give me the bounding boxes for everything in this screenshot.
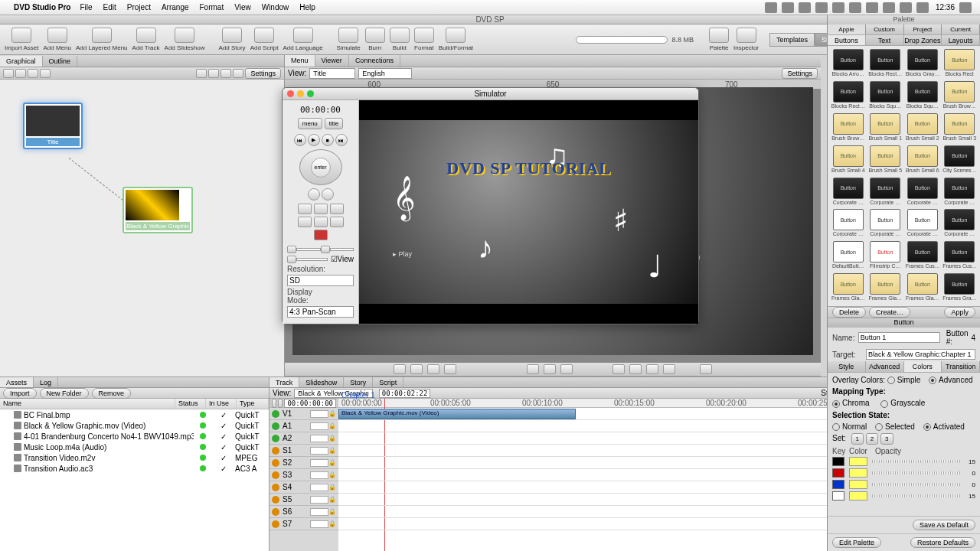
tab-track[interactable]: Track: [270, 377, 299, 387]
palette-item[interactable]: ButtonCorporate …: [868, 209, 903, 239]
palette-item[interactable]: ButtonFrames Cus…: [905, 241, 940, 271]
col-type[interactable]: Type: [237, 399, 269, 409]
sim-btn[interactable]: [314, 217, 328, 227]
palette-item[interactable]: ButtonFrames Gra…: [942, 273, 978, 303]
sim-btn[interactable]: [330, 204, 344, 214]
track-enable[interactable]: [272, 410, 279, 418]
subtab-apple[interactable]: Apple: [828, 24, 866, 34]
color-swatch[interactable]: [849, 491, 867, 500]
ctrl-btn[interactable]: [527, 364, 539, 374]
track-enable[interactable]: [272, 435, 279, 442]
asset-row[interactable]: Music Loop.m4a (Audio)✓QuickT: [0, 442, 269, 452]
status-icon[interactable]: [883, 2, 895, 13]
palette-item[interactable]: ButtonFrames Gla…: [868, 273, 903, 303]
menu-edit[interactable]: Edit: [103, 3, 116, 11]
enter-button[interactable]: enter: [311, 158, 331, 178]
radio-simple[interactable]: [887, 377, 895, 384]
radio-advanced[interactable]: [929, 377, 936, 384]
radio-normal[interactable]: [832, 423, 840, 431]
palette-item[interactable]: ButtonBrush Small 3: [942, 113, 978, 143]
close-icon[interactable]: [287, 90, 294, 97]
sim-menu-button[interactable]: menu: [298, 118, 322, 129]
styletab-layouts[interactable]: Layouts: [942, 35, 980, 45]
graph-tool[interactable]: [208, 69, 219, 78]
styletab-dropzones[interactable]: Drop Zones: [904, 35, 942, 45]
dpad[interactable]: enter: [299, 149, 342, 185]
lock-icon[interactable]: 🔒: [328, 459, 336, 466]
sim-btn[interactable]: [298, 217, 312, 227]
ctrl-btn[interactable]: [700, 364, 712, 374]
track-field[interactable]: [310, 484, 328, 491]
graph-tool[interactable]: [15, 69, 26, 78]
insp-tab-advanced[interactable]: Advanced: [866, 361, 904, 372]
palette-item[interactable]: ButtonBlocks Rect…: [831, 81, 866, 111]
sim-opt[interactable]: [321, 246, 330, 253]
lock-icon[interactable]: 🔒: [328, 410, 336, 417]
palette-item[interactable]: ButtonBrush Small 1: [868, 113, 903, 143]
video-clip[interactable]: Black & Yellow Graphic.mov (Video): [338, 409, 576, 419]
import-button[interactable]: Import: [3, 388, 37, 399]
status-icon[interactable]: [815, 2, 828, 13]
track-enable[interactable]: [272, 447, 279, 455]
target-field[interactable]: [866, 349, 975, 360]
palette-item[interactable]: ButtonDefaultButt…: [831, 241, 866, 271]
add-slideshow-button[interactable]: Add Slideshow: [165, 28, 205, 51]
status-icon[interactable]: [849, 2, 861, 13]
track-header[interactable]: S3🔒: [270, 469, 338, 481]
track-field[interactable]: [310, 496, 328, 504]
sim-dd[interactable]: [330, 248, 354, 251]
opacity-slider[interactable]: [872, 460, 960, 463]
sim-btn[interactable]: [330, 217, 344, 227]
language-dropdown[interactable]: English: [358, 68, 412, 79]
play-button[interactable]: ▶: [308, 134, 320, 146]
playhead-tc[interactable]: 00:00:00:00: [284, 399, 336, 408]
asset-row[interactable]: Transition Audio.ac3✓AC3 A: [0, 463, 269, 474]
status-icon[interactable]: [900, 2, 912, 13]
set-1[interactable]: 1: [851, 433, 864, 445]
sim-opt[interactable]: [287, 256, 296, 263]
lock-icon[interactable]: 🔒: [328, 520, 336, 527]
track-field[interactable]: [310, 520, 328, 528]
col-status[interactable]: Status: [175, 399, 206, 409]
lock-icon[interactable]: 🔒: [328, 508, 336, 515]
node-title[interactable]: Title: [23, 103, 83, 149]
key-swatch[interactable]: [832, 480, 844, 489]
disp-dropdown[interactable]: 4:3 Pan-Scan: [287, 306, 354, 318]
color-swatch[interactable]: [849, 457, 867, 466]
opacity-slider[interactable]: [872, 494, 960, 497]
col-inuse[interactable]: In Use: [206, 399, 237, 409]
tab-menu[interactable]: Menu: [285, 55, 315, 67]
assets-list[interactable]: BC Final.bmp✓QuickTBlack & Yellow Graphi…: [0, 409, 269, 551]
add-story-button[interactable]: Add Story: [218, 28, 245, 51]
lock-icon[interactable]: 🔒: [328, 422, 336, 429]
track-enable[interactable]: [272, 484, 279, 491]
tab-log[interactable]: Log: [34, 377, 58, 387]
add-script-button[interactable]: Add Script: [250, 28, 279, 51]
menubar-clock[interactable]: 12:36: [936, 3, 955, 11]
palette-item[interactable]: ButtonBrush Small 6: [905, 145, 940, 175]
palette-item[interactable]: ButtonFrames Gla…: [831, 273, 866, 303]
lock-icon[interactable]: 🔒: [328, 471, 336, 478]
menu-format[interactable]: Format: [200, 3, 224, 11]
menu-help[interactable]: Help: [299, 3, 315, 11]
track-header[interactable]: S7🔒: [270, 518, 338, 530]
tab-story[interactable]: Story: [344, 377, 373, 387]
set-2[interactable]: 2: [866, 433, 878, 445]
palette-item[interactable]: ButtonCorporate …: [942, 209, 978, 239]
radio-chroma[interactable]: [832, 400, 840, 408]
node-asset[interactable]: Black & Yellow Graphic: [122, 187, 193, 233]
ctrl-btn[interactable]: [427, 364, 439, 374]
save-default-button[interactable]: Save As Default: [913, 520, 975, 530]
status-icon[interactable]: [832, 2, 844, 13]
tab-graphical[interactable]: Graphical: [0, 56, 43, 67]
menu-arrange[interactable]: Arrange: [162, 3, 189, 11]
ctrl-btn[interactable]: [444, 364, 456, 374]
palette-item[interactable]: ButtonBlocks Rect: [942, 49, 978, 79]
new-folder-button[interactable]: New Folder: [40, 388, 89, 399]
palette-item[interactable]: ButtonCorporate …: [831, 209, 866, 239]
subtab-custom[interactable]: Custom: [866, 24, 904, 34]
stop-button[interactable]: ■: [322, 134, 334, 146]
burn-button[interactable]: Burn: [365, 28, 385, 51]
build-format-button[interactable]: Build/Format: [439, 28, 473, 51]
view-check[interactable]: View: [338, 255, 354, 263]
